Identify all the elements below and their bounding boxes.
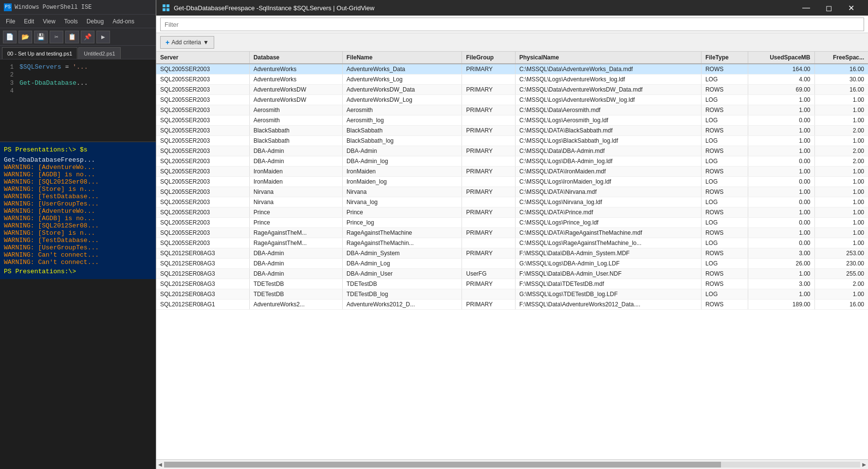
table-cell: 1.00	[748, 167, 814, 177]
toolbar-copy[interactable]: 📋	[65, 31, 79, 43]
table-row[interactable]: SQL2005SER2003DBA-AdminDBA-AdminPRIMARYC…	[156, 146, 868, 156]
table-cell	[462, 238, 515, 248]
table-cell: 1.00	[814, 197, 868, 207]
table-cell: C:\MSSQL\DATA\IronMaiden.mdf	[515, 167, 701, 177]
table-cell: ROWS	[701, 187, 748, 197]
table-row[interactable]: SQL2005SER2003AerosmithAerosmith_logC:\M…	[156, 115, 868, 126]
filter-input[interactable]	[160, 18, 864, 31]
table-cell: SQL2012SER08AG3	[156, 289, 249, 300]
menu-file[interactable]: File	[2, 17, 19, 26]
table-cell: SQL2012SER08AG3	[156, 269, 249, 279]
table-cell: AdventureWorks2012_D...	[342, 300, 462, 310]
scroll-left-arrow[interactable]: ◀	[158, 461, 162, 469]
toolbar-cut[interactable]: ✂	[50, 31, 63, 43]
table-cell: 1.00	[814, 228, 868, 238]
table-row[interactable]: SQL2005SER2003NirvanaNirvana_logC:\MSSQL…	[156, 197, 868, 207]
col-header-usedspace[interactable]: UsedSpaceMB	[748, 52, 814, 64]
table-cell: C:\MSSQL\DATA\RageAgainstTheMachine.mdf	[515, 228, 701, 238]
menu-edit[interactable]: Edit	[20, 17, 38, 26]
table-cell: C:\MSSQL\Logs\AdventureWorksDW_log.ldf	[515, 95, 701, 105]
plus-icon: +	[166, 38, 169, 46]
table-cell	[462, 136, 515, 146]
col-header-filetype[interactable]: FileType	[701, 52, 748, 64]
table-row[interactable]: SQL2005SER2003BlackSabbathBlackSabbathPR…	[156, 126, 868, 136]
table-cell	[462, 289, 515, 300]
table-row[interactable]: SQL2005SER2003RageAgainstTheM...RageAgai…	[156, 238, 868, 248]
table-row[interactable]: SQL2005SER2003IronMaidenIronMaiden_logC:…	[156, 177, 868, 187]
minimize-button[interactable]: —	[795, 0, 817, 16]
table-row[interactable]: SQL2005SER2003AdventureWorksDWAdventureW…	[156, 85, 868, 95]
data-table-container[interactable]: Server Database FileName FileGroup Physi…	[156, 52, 868, 459]
toolbar-open[interactable]: 📂	[18, 31, 32, 43]
col-header-server[interactable]: Server	[156, 52, 249, 64]
criteria-bar: + Add criteria ▼	[156, 33, 868, 52]
table-row[interactable]: SQL2005SER2003PrincePrincePRIMARYC:\MSSQ…	[156, 207, 868, 218]
horizontal-scrollbar[interactable]: ◀ ▶	[156, 459, 868, 469]
console-line: WARNING: [Store] is n...	[4, 186, 152, 193]
table-cell: Prince	[249, 207, 342, 218]
table-cell: SQL2005SER2003	[156, 197, 249, 207]
app-container: PS Windows PowerShell ISE File Edit View…	[0, 0, 868, 469]
table-cell: C:\MSSQL\Logs\IronMaiden_log.ldf	[515, 177, 701, 187]
table-row[interactable]: SQL2005SER2003AdventureWorksAdventureWor…	[156, 75, 868, 85]
toolbar-paste[interactable]: 📌	[81, 31, 94, 43]
console-line: WARNING: [TestDatabase...	[4, 193, 152, 200]
table-row[interactable]: SQL2005SER2003NirvanaNirvanaPRIMARYC:\MS…	[156, 187, 868, 197]
col-header-physicalname[interactable]: PhysicalName	[515, 52, 701, 64]
ise-editor: 1 $SQLServers = '... 2 3 Get-DbaDatabase…	[0, 59, 156, 142]
table-cell: AdventureWorks	[249, 64, 342, 75]
table-cell: AdventureWorks2...	[249, 300, 342, 310]
table-cell: Aerosmith_log	[342, 115, 462, 126]
table-cell: 1.00	[814, 95, 868, 105]
table-cell: Prince	[342, 207, 462, 218]
table-row[interactable]: SQL2005SER2003BlackSabbathBlackSabbath_l…	[156, 136, 868, 146]
data-table: Server Database FileName FileGroup Physi…	[156, 52, 868, 310]
scroll-right-arrow[interactable]: ▶	[862, 461, 866, 469]
menu-addons[interactable]: Add-ons	[109, 17, 138, 26]
table-row[interactable]: SQL2012SER08AG3DBA-AdminDBA-Admin_LogG:\…	[156, 259, 868, 269]
table-row[interactable]: SQL2005SER2003PrincePrince_logC:\MSSQL\L…	[156, 218, 868, 228]
close-button[interactable]: ✕	[840, 0, 862, 16]
col-header-freespace[interactable]: FreeSpac...	[814, 52, 868, 64]
table-cell: TDETestDB	[249, 289, 342, 300]
add-criteria-label: Add criteria	[171, 39, 201, 46]
tab-script1[interactable]: 00 - Set Up and testing.ps1	[2, 47, 77, 59]
table-row[interactable]: SQL2005SER2003AdventureWorksAdventureWor…	[156, 64, 868, 75]
window-controls: — ◻ ✕	[795, 0, 862, 16]
table-row[interactable]: SQL2012SER08AG3DBA-AdminDBA-Admin_System…	[156, 248, 868, 259]
table-row[interactable]: SQL2012SER08AG3DBA-AdminDBA-Admin_UserUs…	[156, 269, 868, 279]
table-cell	[462, 75, 515, 85]
table-cell: G:\MSSQL\Logs\DBA-Admin_Log.LDF	[515, 259, 701, 269]
table-row[interactable]: SQL2012SER08AG1AdventureWorks2...Adventu…	[156, 300, 868, 310]
toolbar-new[interactable]: 📄	[3, 31, 17, 43]
table-cell: 2.00	[814, 146, 868, 156]
menu-tools[interactable]: Tools	[60, 17, 82, 26]
add-criteria-button[interactable]: + Add criteria ▼	[160, 36, 214, 49]
col-header-filegroup[interactable]: FileGroup	[462, 52, 515, 64]
table-row[interactable]: SQL2005SER2003DBA-AdminDBA-Admin_logC:\M…	[156, 156, 868, 167]
toolbar-save[interactable]: 💾	[34, 31, 48, 43]
table-row[interactable]: SQL2012SER08AG3TDETestDBTDETestDBPRIMARY…	[156, 279, 868, 289]
maximize-button[interactable]: ◻	[817, 0, 840, 16]
table-cell: IronMaiden	[249, 177, 342, 187]
table-cell: PRIMARY	[462, 64, 515, 75]
menu-view[interactable]: View	[39, 17, 59, 26]
table-row[interactable]: SQL2005SER2003IronMaidenIronMaidenPRIMAR…	[156, 167, 868, 177]
menu-debug[interactable]: Debug	[83, 17, 108, 26]
table-cell: 1.00	[748, 146, 814, 156]
tab-script2[interactable]: Untitled2.ps1	[78, 47, 120, 59]
table-row[interactable]: SQL2005SER2003AerosmithAerosmithPRIMARYC…	[156, 105, 868, 115]
col-header-database[interactable]: Database	[249, 52, 342, 64]
table-cell: ROWS	[701, 207, 748, 218]
table-cell: DBA-Admin	[342, 146, 462, 156]
table-cell: PRIMARY	[462, 187, 515, 197]
table-cell: ROWS	[701, 269, 748, 279]
table-cell: 1.00	[814, 115, 868, 126]
toolbar-run[interactable]: ▶	[96, 31, 110, 43]
col-header-filename[interactable]: FileName	[342, 52, 462, 64]
table-cell: SQL2005SER2003	[156, 187, 249, 197]
table-row[interactable]: SQL2005SER2003AdventureWorksDWAdventureW…	[156, 95, 868, 105]
table-row[interactable]: SQL2005SER2003RageAgainstTheM...RageAgai…	[156, 228, 868, 238]
table-cell: LOG	[701, 197, 748, 207]
table-row[interactable]: SQL2012SER08AG3TDETestDBTDETestDB_logG:\…	[156, 289, 868, 300]
